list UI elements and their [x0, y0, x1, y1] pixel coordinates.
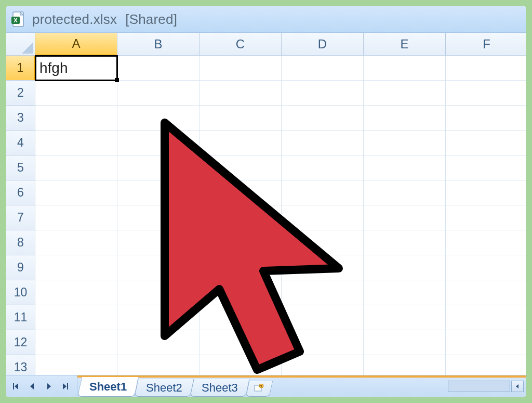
cell-C6[interactable]: [200, 180, 282, 205]
row-header-6[interactable]: 6: [6, 180, 35, 205]
select-all-corner[interactable]: [6, 33, 35, 56]
cell-C7[interactable]: [200, 205, 282, 230]
cell-D13[interactable]: [282, 355, 364, 375]
cell-B1[interactable]: [117, 56, 200, 81]
cell-D3[interactable]: [282, 106, 364, 131]
cell-E10[interactable]: [364, 280, 446, 305]
horizontal-scrollbar[interactable]: [448, 375, 526, 397]
cell-A3[interactable]: [35, 106, 117, 131]
cell-B13[interactable]: [117, 355, 200, 375]
insert-sheet-tab[interactable]: [245, 381, 272, 397]
cell-A13[interactable]: [35, 355, 117, 375]
cell-F10[interactable]: [446, 280, 526, 305]
cell-F9[interactable]: [446, 255, 526, 280]
cell-F13[interactable]: [446, 355, 526, 375]
cell-E4[interactable]: [364, 131, 446, 155]
cell-A9[interactable]: [35, 255, 117, 280]
cell-E8[interactable]: [364, 230, 446, 255]
cell-E1[interactable]: [364, 56, 446, 81]
sheet-nav-prev[interactable]: [24, 378, 41, 395]
cell-B4[interactable]: [117, 131, 200, 155]
cell-E5[interactable]: [364, 155, 446, 180]
cell-A7[interactable]: [35, 205, 117, 230]
cell-A2[interactable]: [35, 81, 117, 106]
cell-F1[interactable]: [446, 56, 526, 81]
cell-D5[interactable]: [282, 155, 364, 180]
cell-B2[interactable]: [117, 81, 200, 106]
sheet-tab-sheet2[interactable]: Sheet2: [135, 379, 194, 397]
cell-F2[interactable]: [446, 81, 526, 106]
cell-B9[interactable]: [117, 255, 200, 280]
cell-A12[interactable]: [35, 330, 117, 355]
cell-D9[interactable]: [282, 255, 364, 280]
cell-C2[interactable]: [200, 81, 282, 106]
row-header-10[interactable]: 10: [6, 280, 35, 305]
cell-D7[interactable]: [282, 205, 364, 230]
column-header-E[interactable]: E: [364, 33, 446, 56]
cell-C5[interactable]: [200, 155, 282, 180]
row-header-1[interactable]: 1: [6, 56, 35, 81]
row-header-3[interactable]: 3: [6, 106, 35, 131]
column-header-B[interactable]: B: [117, 33, 200, 56]
cell-C13[interactable]: [200, 355, 282, 375]
cell-D10[interactable]: [282, 280, 364, 305]
cell-E2[interactable]: [364, 81, 446, 106]
row-header-7[interactable]: 7: [6, 205, 35, 230]
cell-F12[interactable]: [446, 330, 526, 355]
cell-C1[interactable]: [200, 56, 282, 81]
cell-E6[interactable]: [364, 180, 446, 205]
row-header-5[interactable]: 5: [6, 155, 35, 180]
cell-A1[interactable]: hfgh: [35, 56, 117, 81]
cell-E3[interactable]: [364, 106, 446, 131]
row-header-4[interactable]: 4: [6, 131, 35, 155]
column-header-F[interactable]: F: [446, 33, 526, 56]
hscroll-left[interactable]: [511, 381, 524, 392]
cell-C4[interactable]: [200, 131, 282, 155]
cell-B11[interactable]: [117, 305, 200, 330]
cell-F4[interactable]: [446, 131, 526, 155]
cell-F3[interactable]: [446, 106, 526, 131]
cell-E7[interactable]: [364, 205, 446, 230]
cell-F6[interactable]: [446, 180, 526, 205]
cell-C8[interactable]: [200, 230, 282, 255]
cell-C12[interactable]: [200, 330, 282, 355]
cell-D2[interactable]: [282, 81, 364, 106]
cell-E13[interactable]: [364, 355, 446, 375]
row-header-13[interactable]: 13: [6, 355, 35, 375]
cell-D11[interactable]: [282, 305, 364, 330]
cell-F8[interactable]: [446, 230, 526, 255]
cell-F7[interactable]: [446, 205, 526, 230]
row-header-12[interactable]: 12: [6, 330, 35, 355]
cell-B6[interactable]: [117, 180, 200, 205]
row-header-11[interactable]: 11: [6, 305, 35, 330]
row-header-2[interactable]: 2: [6, 81, 35, 106]
cell-B10[interactable]: [117, 280, 200, 305]
row-header-9[interactable]: 9: [6, 255, 35, 280]
cell-B12[interactable]: [117, 330, 200, 355]
cell-F5[interactable]: [446, 155, 526, 180]
sheet-tab-sheet1[interactable]: Sheet1: [77, 377, 139, 397]
sheet-nav-first[interactable]: [7, 378, 24, 395]
cell-D1[interactable]: [282, 56, 364, 81]
cell-E12[interactable]: [364, 330, 446, 355]
cell-A5[interactable]: [35, 155, 117, 180]
cell-D6[interactable]: [282, 180, 364, 205]
cell-D4[interactable]: [282, 131, 364, 155]
row-header-8[interactable]: 8: [6, 230, 35, 255]
cell-F11[interactable]: [446, 305, 526, 330]
cell-C3[interactable]: [200, 106, 282, 131]
sheet-nav-next[interactable]: [41, 378, 57, 395]
cell-B5[interactable]: [117, 155, 200, 180]
cell-B3[interactable]: [117, 106, 200, 131]
column-header-D[interactable]: D: [282, 33, 364, 56]
column-header-A[interactable]: A: [35, 33, 117, 56]
cell-D12[interactable]: [282, 330, 364, 355]
cell-B8[interactable]: [117, 230, 200, 255]
cell-A10[interactable]: [35, 280, 117, 305]
cell-E9[interactable]: [364, 255, 446, 280]
cell-A6[interactable]: [35, 180, 117, 205]
cell-C9[interactable]: [200, 255, 282, 280]
cell-A8[interactable]: [35, 230, 117, 255]
sheet-tab-sheet3[interactable]: Sheet3: [190, 379, 249, 397]
cell-C11[interactable]: [200, 305, 282, 330]
